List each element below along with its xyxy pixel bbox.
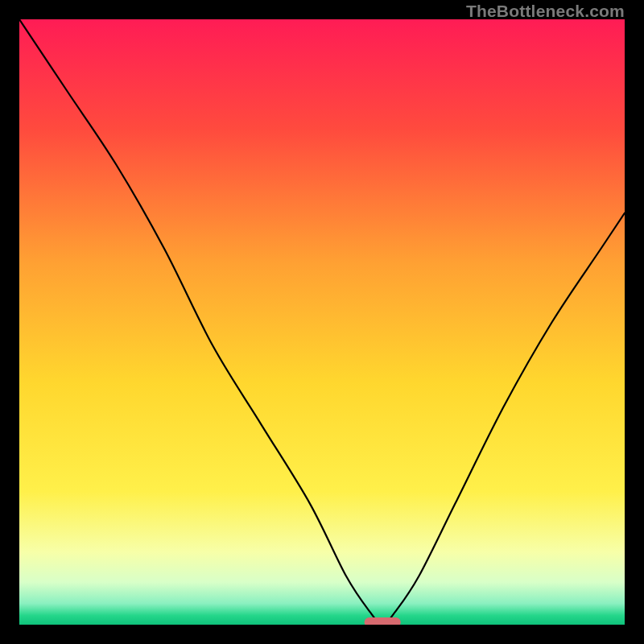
chart-frame: [19, 19, 625, 625]
optimal-marker: [365, 617, 401, 625]
watermark: TheBottleneck.com: [466, 2, 625, 21]
chart-background: [19, 19, 625, 625]
chart-svg: [19, 19, 625, 625]
